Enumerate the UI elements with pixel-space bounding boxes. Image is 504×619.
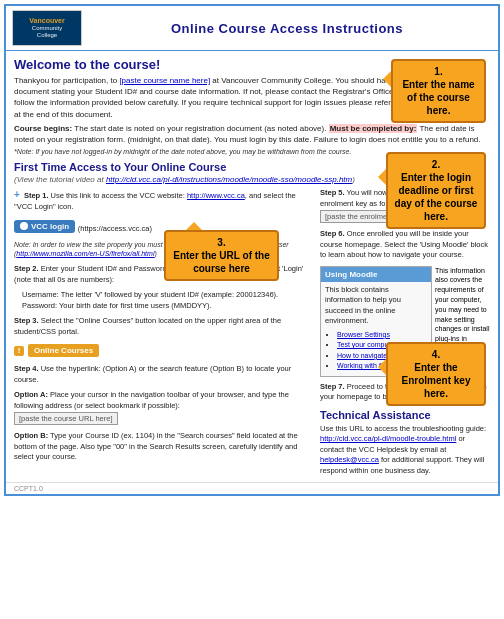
paste-url-box[interactable]: [paste the course URL here] xyxy=(14,412,118,425)
callout-1: 1. Enter the name of the course here. xyxy=(391,59,486,123)
callout-2: 2. Enter the login deadline or first day… xyxy=(386,152,486,229)
moodle-link-1[interactable]: Browser Settings xyxy=(337,331,390,338)
callout-1-num: 1. xyxy=(399,65,478,78)
main-container: Vancouver Community College Online Cours… xyxy=(4,4,500,496)
callout-4-text: Enter the Enrolment key here. xyxy=(402,362,471,399)
course-name-link[interactable]: [paste course name here] xyxy=(119,76,210,85)
option-b: Option B: Type your Course ID (ex. 1104)… xyxy=(14,431,314,463)
option-a: Option A: Place your cursor in the navig… xyxy=(14,390,314,426)
trouble-link[interactable]: http://cld.vcc.ca/pl-dl/moodle-trouble.h… xyxy=(320,434,456,443)
callout-3-num: 3. xyxy=(172,236,271,249)
moodle-title: Using Moodle xyxy=(321,267,431,282)
moodle-body: This block contains information to help … xyxy=(325,285,427,327)
online-courses-btn-block: ! Online Courses xyxy=(14,342,314,359)
helpdesk-link[interactable]: helpdesk@vcc.ca xyxy=(320,455,379,464)
tech-title: Technical Assistance xyxy=(320,409,490,421)
callout-2-text: Enter the login deadline or first day of… xyxy=(395,172,478,222)
vcc-link[interactable]: http://www.vcc.ca xyxy=(187,191,245,200)
vcc-login-button[interactable]: VCC login xyxy=(14,220,75,233)
callout-2-num: 2. xyxy=(394,158,478,171)
login-credentials: Username: The letter 'V' followed by you… xyxy=(14,290,314,311)
steps-right-column: Step 5. You will now be prompted to ente… xyxy=(320,188,490,476)
tech-text: Use this URL to access the troubleshooti… xyxy=(320,424,490,477)
welcome-para2: Course begins: The start date is noted o… xyxy=(14,123,490,145)
step-4: Step 4. Use the hyperlink: (Option A) or… xyxy=(14,364,314,385)
firefox-link[interactable]: http://www.mozilla.com/en-US/firefox/all… xyxy=(16,250,154,257)
callout-3-text: Enter the URL of the course here xyxy=(173,250,269,274)
footer-text: CCPT1.0 xyxy=(14,485,43,492)
technical-assistance: Technical Assistance Use this URL to acc… xyxy=(320,409,490,477)
step-3: Step 3. Select the "Online Courses" butt… xyxy=(14,316,314,337)
step-6: Step 6. Once enrolled you will be inside… xyxy=(320,229,490,261)
tutorial-link[interactable]: http://cld.vcc.ca/pl-dl/instructions/moo… xyxy=(106,175,352,184)
callout-4-num: 4. xyxy=(394,348,478,361)
page-content: 1. Enter the name of the course here. We… xyxy=(6,51,498,482)
page-title: Online Course Access Instructions xyxy=(82,21,492,36)
plus-icon-1: + xyxy=(14,189,20,200)
callout-1-text: Enter the name of the course here. xyxy=(402,79,474,116)
warning-icon: ! xyxy=(14,346,24,356)
step-1: + Step 1. Use this link to access the VC… xyxy=(14,188,314,213)
footer: CCPT1.0 xyxy=(6,482,498,494)
callout-4: 4. Enter the Enrolment key here. xyxy=(386,342,486,406)
header: Vancouver Community College Online Cours… xyxy=(6,6,498,51)
callout-3: 3. Enter the URL of the course here xyxy=(164,230,279,281)
logo: Vancouver Community College xyxy=(12,10,82,46)
vcc-icon xyxy=(20,222,28,230)
inner-content: 1. Enter the name of the course here. We… xyxy=(14,57,490,476)
online-courses-button[interactable]: Online Courses xyxy=(28,344,99,357)
